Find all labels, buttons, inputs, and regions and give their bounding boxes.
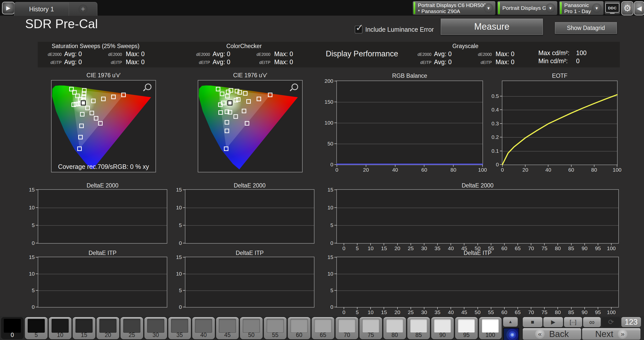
deitp-grayscale-chart: 0510150510152025303540455055606570758085… xyxy=(336,257,619,308)
x-axis-label: 55 xyxy=(488,309,494,315)
pattern-window-icon[interactable] xyxy=(503,328,519,340)
grayscale-patch-40[interactable]: 40 xyxy=(192,317,215,339)
cie-marker xyxy=(257,97,261,101)
cie-marker xyxy=(229,88,233,93)
avg-value: Avg: 0 xyxy=(434,50,452,58)
cie-marker xyxy=(233,114,238,119)
include-luminance-checkbox[interactable]: ✓ xyxy=(355,26,363,33)
x-tick-mark xyxy=(611,243,612,245)
grayscale-patch-100[interactable]: 100 xyxy=(479,317,502,339)
max-value: Max: 0 xyxy=(496,50,514,58)
grayscale-patch-90[interactable]: 90 xyxy=(431,317,454,339)
settings-button[interactable]: ⚙ xyxy=(621,1,633,15)
x-axis-label: 50 xyxy=(475,245,480,251)
patch-label: 60 xyxy=(288,332,310,338)
deitp-sweeps-chart: 051015 xyxy=(38,257,167,308)
grayscale-patch-0[interactable]: 0 xyxy=(1,317,24,339)
cie-1976-chart-sweeps: Coverage rec.709/sRGB: 0 % xy xyxy=(51,80,156,172)
gridline xyxy=(185,290,314,291)
patch-swatch xyxy=(267,319,284,333)
stop-button[interactable]: ■ xyxy=(523,317,542,327)
source-dropdown[interactable]: Portrait Displays G1 ▼ xyxy=(497,1,557,15)
tab-history-1[interactable]: History 1 xyxy=(14,2,69,16)
measure-button[interactable]: Measure xyxy=(441,19,543,35)
grayscale-patch-70[interactable]: 70 xyxy=(336,317,358,339)
y-axis-label: 0 xyxy=(32,304,35,310)
grayscale-patch-10[interactable]: 10 xyxy=(49,317,71,339)
back-button[interactable]: « Back xyxy=(523,328,581,340)
cie-marker xyxy=(101,97,106,101)
patch-swatch xyxy=(147,319,164,333)
grayscale-patch-55[interactable]: 55 xyxy=(264,317,287,339)
grayscale-patch-75[interactable]: 75 xyxy=(359,317,382,339)
grayscale-stats: Grayscale dE2000 Avg: 0 dE2000 Max: 0 dE… xyxy=(413,42,518,67)
x-tick-mark xyxy=(482,165,483,167)
white-point-marker xyxy=(227,100,232,105)
grayscale-patch-85[interactable]: 85 xyxy=(407,317,430,339)
x-tick-mark xyxy=(357,307,357,309)
x-axis-label: 30 xyxy=(421,309,427,315)
patch-bar: 0510152025303540455055606570758085909510… xyxy=(1,317,502,339)
x-tick-mark xyxy=(337,165,337,167)
zoom-icon[interactable] xyxy=(292,84,298,90)
grayscale-patch-20[interactable]: 20 xyxy=(97,317,119,339)
grayscale-patch-35[interactable]: 35 xyxy=(168,317,191,339)
x-tick-mark xyxy=(544,243,545,245)
patch-label: 80 xyxy=(383,332,406,338)
cie-marker xyxy=(225,120,229,125)
x-tick-mark xyxy=(437,243,438,245)
patch-swatch xyxy=(482,319,499,333)
x-tick-mark xyxy=(370,243,371,245)
grayscale-patch-15[interactable]: 15 xyxy=(73,317,95,339)
cie-marker xyxy=(243,91,248,96)
x-axis-label: 35 xyxy=(434,245,440,251)
loop-button[interactable]: ∞ xyxy=(583,317,601,327)
grayscale-patch-5[interactable]: 5 xyxy=(25,317,48,339)
grayscale-patch-50[interactable]: 50 xyxy=(240,317,263,339)
y-axis-label: 15 xyxy=(176,254,182,260)
sync-button[interactable]: ⟳ xyxy=(602,317,620,327)
play-button[interactable]: ▶ xyxy=(543,317,563,327)
interval-button[interactable]: [··] xyxy=(564,317,582,327)
add-tab-button[interactable]: + xyxy=(69,2,97,16)
show-datagrid-button[interactable]: Show Datagrid xyxy=(555,22,617,34)
play-icon: ▶ xyxy=(551,319,555,325)
x-axis-label: 0 xyxy=(342,309,345,315)
x-tick-mark xyxy=(477,243,478,245)
grayscale-patch-80[interactable]: 80 xyxy=(383,317,406,339)
chromaticity-horseshoe xyxy=(52,81,155,172)
display-dropdown[interactable]: Panasonic Pro 1 - Day ▼ xyxy=(559,1,604,15)
y-axis-label: 10 xyxy=(176,271,182,277)
ddc-button[interactable]: DDC xyxy=(605,1,620,14)
patch-level-up-button[interactable]: ▲ xyxy=(503,317,518,327)
grayscale-patch-60[interactable]: 60 xyxy=(288,317,310,339)
chart-title: RGB Balance xyxy=(336,72,483,79)
cie-marker xyxy=(228,110,232,115)
calman-app: ▶ History 1 + Portrait Displays C6 HDR50… xyxy=(0,0,644,340)
stop-icon: ■ xyxy=(531,319,534,325)
grayscale-patch-45[interactable]: 45 xyxy=(216,317,239,339)
collapse-panel-button[interactable]: ◀ xyxy=(634,1,644,15)
x-axis-label: 25 xyxy=(408,245,414,251)
zoom-icon[interactable] xyxy=(145,84,151,90)
chart-title: DeltaE ITP xyxy=(38,250,167,256)
grayscale-patch-95[interactable]: 95 xyxy=(455,317,478,339)
patch-swatch xyxy=(243,319,260,333)
y-axis-label: 0 xyxy=(330,240,333,246)
avg-value: Avg: 0 xyxy=(64,58,82,66)
y-axis-label: 0.4 xyxy=(492,107,499,113)
gridline xyxy=(337,290,618,291)
page-title: SDR Pre-Cal xyxy=(25,17,98,31)
next-button[interactable]: Next » xyxy=(582,328,640,340)
meter-dropdown[interactable]: Portrait Displays C6 HDR5000 * Panasonic… xyxy=(413,1,496,15)
measurement-counter[interactable]: 123 xyxy=(621,317,641,327)
grayscale-patch-30[interactable]: 30 xyxy=(144,317,167,339)
grayscale-patch-25[interactable]: 25 xyxy=(120,317,143,339)
y-axis-label: 10 xyxy=(328,271,333,277)
sidebar-toggle-button[interactable]: ▶ xyxy=(2,2,15,14)
y-axis-label: 0 xyxy=(496,162,499,168)
x-axis-label: 100 xyxy=(478,167,487,173)
infinity-icon: ∞ xyxy=(589,318,594,326)
x-tick-mark xyxy=(370,307,371,309)
grayscale-patch-65[interactable]: 65 xyxy=(312,317,334,339)
